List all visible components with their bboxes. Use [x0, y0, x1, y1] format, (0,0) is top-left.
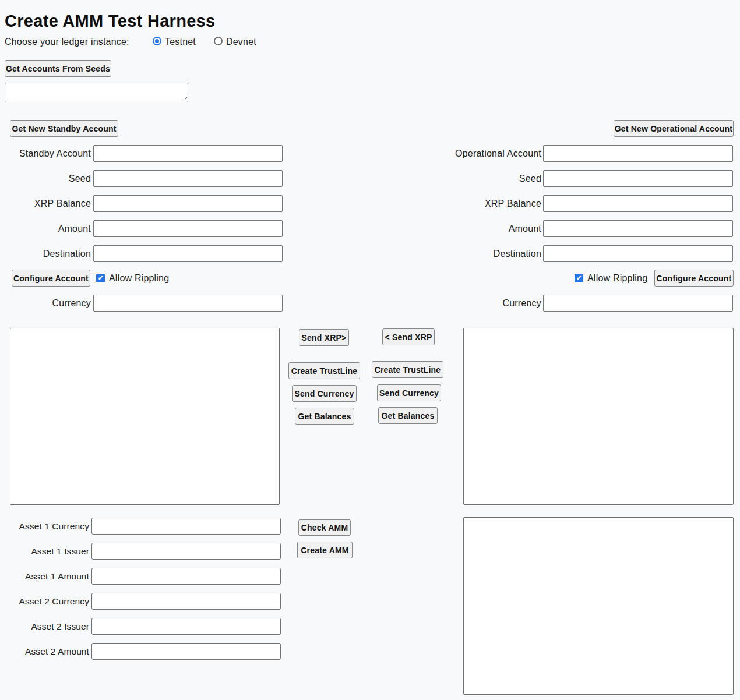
- asset2-amount-label: Asset 2 Amount: [0, 643, 89, 660]
- standby-currency-input[interactable]: [93, 295, 283, 312]
- standby-account-label: Standby Account: [0, 145, 91, 162]
- asset2-issuer-input[interactable]: [91, 618, 281, 635]
- amm-results-textarea[interactable]: [463, 517, 734, 695]
- asset1-currency-label: Asset 1 Currency: [0, 518, 89, 535]
- standby-configure-account-button[interactable]: Configure Account: [12, 270, 90, 287]
- operational-xrp-balance-label: XRP Balance: [408, 195, 541, 212]
- ledger-instance-label: Choose your ledger instance:: [5, 36, 129, 48]
- standby-seed-label: Seed: [0, 170, 91, 187]
- asset2-currency-label: Asset 2 Currency: [0, 593, 89, 610]
- operational-account-input[interactable]: [543, 145, 733, 162]
- operational-account-label: Operational Account: [408, 145, 541, 162]
- standby-xrp-balance-label: XRP Balance: [0, 195, 91, 212]
- standby-get-balances-button[interactable]: Get Balances: [295, 408, 354, 425]
- standby-send-currency-button[interactable]: Send Currency: [292, 385, 357, 402]
- get-new-operational-account-button[interactable]: Get New Operational Account: [614, 120, 734, 137]
- asset2-currency-input[interactable]: [91, 593, 281, 610]
- operational-currency-label: Currency: [408, 295, 541, 312]
- standby-currency-label: Currency: [0, 295, 91, 312]
- asset1-issuer-label: Asset 1 Issuer: [0, 543, 89, 560]
- testnet-radio-label[interactable]: Testnet: [165, 36, 196, 48]
- standby-seed-input[interactable]: [93, 170, 283, 187]
- operational-results-textarea[interactable]: [463, 328, 734, 505]
- check-amm-button[interactable]: Check AMM: [298, 519, 351, 536]
- devnet-radio-label[interactable]: Devnet: [226, 36, 256, 48]
- standby-allow-rippling-label[interactable]: Allow Rippling: [109, 270, 169, 287]
- operational-amount-input[interactable]: [543, 220, 733, 237]
- page-title: Create AMM Test Harness: [5, 12, 215, 31]
- operational-seed-input[interactable]: [543, 170, 733, 187]
- operational-allow-rippling-label[interactable]: Allow Rippling: [587, 270, 647, 287]
- operational-send-currency-button[interactable]: Send Currency: [377, 384, 441, 401]
- standby-destination-label: Destination: [0, 245, 91, 262]
- standby-results-textarea[interactable]: [10, 328, 280, 505]
- asset1-amount-label: Asset 1 Amount: [0, 568, 89, 585]
- seeds-textarea[interactable]: [5, 83, 188, 102]
- operational-destination-input[interactable]: [543, 245, 733, 262]
- standby-amount-input[interactable]: [93, 220, 283, 237]
- operational-get-balances-button[interactable]: Get Balances: [378, 407, 438, 424]
- standby-xrp-balance-input[interactable]: [93, 195, 283, 212]
- operational-seed-label: Seed: [408, 170, 541, 187]
- asset1-issuer-input[interactable]: [91, 543, 281, 560]
- testnet-radio[interactable]: [153, 37, 161, 45]
- get-new-standby-account-button[interactable]: Get New Standby Account: [10, 120, 118, 137]
- operational-destination-label: Destination: [408, 245, 541, 262]
- asset1-currency-input[interactable]: [91, 518, 281, 535]
- standby-send-xrp-button[interactable]: Send XRP>: [299, 329, 349, 346]
- standby-allow-rippling-checkbox[interactable]: [96, 274, 105, 282]
- asset2-issuer-label: Asset 2 Issuer: [0, 618, 89, 635]
- asset2-amount-input[interactable]: [91, 643, 281, 660]
- get-accounts-from-seeds-button[interactable]: Get Accounts From Seeds: [5, 60, 111, 77]
- operational-xrp-balance-input[interactable]: [543, 195, 733, 212]
- asset1-amount-input[interactable]: [91, 568, 281, 585]
- operational-amount-label: Amount: [408, 220, 541, 237]
- amm-test-harness-page: Create AMM Test Harness Choose your ledg…: [0, 0, 740, 700]
- operational-configure-account-button[interactable]: Configure Account: [654, 270, 734, 287]
- operational-create-trustline-button[interactable]: Create TrustLine: [372, 361, 443, 378]
- create-amm-button[interactable]: Create AMM: [297, 542, 353, 558]
- devnet-radio[interactable]: [214, 37, 223, 45]
- standby-create-trustline-button[interactable]: Create TrustLine: [288, 362, 360, 379]
- operational-allow-rippling-checkbox[interactable]: [575, 274, 583, 282]
- standby-account-input[interactable]: [93, 145, 283, 162]
- standby-destination-input[interactable]: [93, 245, 283, 262]
- standby-amount-label: Amount: [0, 220, 91, 237]
- operational-send-xrp-button[interactable]: < Send XRP: [382, 328, 435, 345]
- operational-currency-input[interactable]: [543, 295, 733, 312]
